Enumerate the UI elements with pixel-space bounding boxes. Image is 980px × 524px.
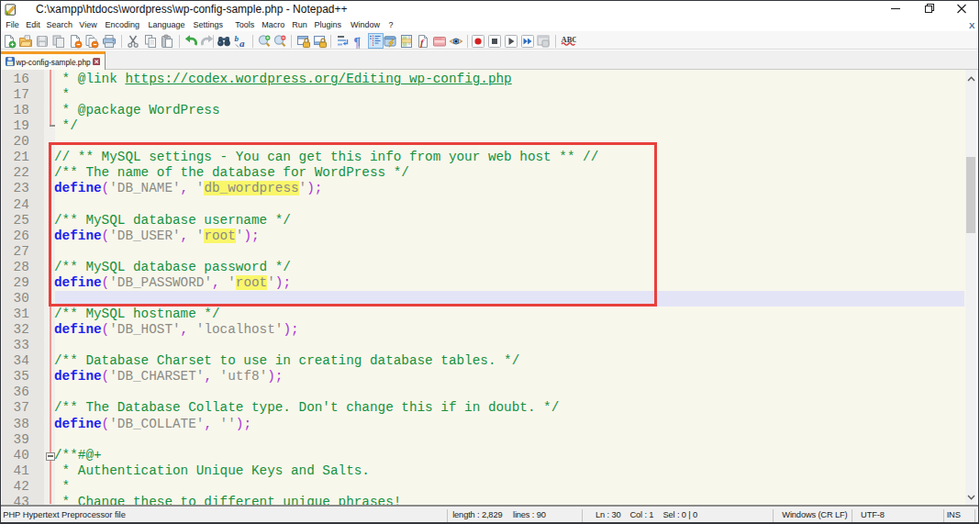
svg-text:¶: ¶: [354, 35, 362, 50]
svg-text:a: a: [239, 38, 245, 49]
svg-text:b: b: [235, 34, 239, 43]
svg-text:ABC: ABC: [561, 35, 576, 44]
